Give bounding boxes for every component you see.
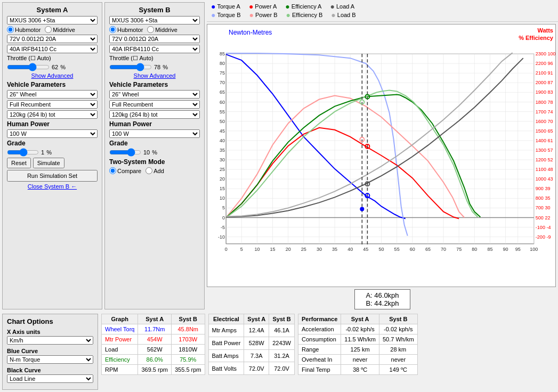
svg-text:2300 100: 2300 100 (536, 51, 555, 56)
svg-rect-0 (226, 54, 534, 244)
system-b-controller-select[interactable]: 40A IRFB4110 Cc (109, 45, 200, 53)
system-b-weight-select[interactable]: 120kg (264 lb) tot (109, 110, 200, 119)
speed-a: A: 46.0kph (366, 291, 399, 299)
system-a-motor-select[interactable]: MXUS 3006 +Sta (7, 16, 98, 24)
compare-radio[interactable] (109, 167, 116, 174)
table-row: Overheat In never never (298, 355, 418, 365)
legend-load-a-dot: ● (330, 2, 334, 11)
speed-display: A: 46.0kph B: 44.2kph (207, 287, 558, 312)
system-a-weight-select[interactable]: 120kg (264 lb) tot (7, 110, 98, 119)
x-axis-select[interactable]: Km/h (7, 336, 93, 345)
legend-power-b-dot: ● (249, 11, 254, 19)
system-a-middrive-radio[interactable] (45, 26, 52, 33)
system-a-throttle-row: Throttle (☐ Auto) (7, 55, 98, 62)
system-a-middrive-label[interactable]: Middrive (45, 26, 75, 33)
system-a-throttle-slider[interactable] (7, 63, 50, 71)
legend-torque-a: ● Torque A (211, 2, 240, 11)
graph-table-header-1: Syst A (138, 314, 172, 324)
performance-row-2-label: Range (298, 345, 341, 355)
system-a-buttons: Reset Simulate (7, 158, 98, 168)
system-a-throttle-value: 62 (52, 64, 58, 70)
system-b-middrive-radio[interactable] (147, 26, 154, 33)
system-a-drive-type: Hubmotor Middrive (7, 26, 98, 33)
system-a-human-power-select[interactable]: 100 W (7, 129, 98, 138)
reset-button[interactable]: Reset (7, 158, 31, 168)
system-a-wheel-select[interactable]: 26" Wheel (7, 90, 98, 99)
svg-text:85: 85 (220, 51, 225, 56)
system-a-hubmotor-radio[interactable] (7, 26, 14, 33)
system-b-hubmotor-radio[interactable] (109, 26, 116, 33)
graph-row-0-b: 45.8Nm (171, 324, 205, 334)
svg-text:5: 5 (222, 205, 225, 210)
close-system-b-link[interactable]: Close System B ← (7, 183, 98, 190)
system-a-show-advanced[interactable]: Show Advanced (7, 72, 98, 79)
system-a-battery-select[interactable]: 72V 0.0012Ω 20A (7, 35, 98, 43)
svg-text:80: 80 (220, 61, 225, 66)
legend-torque-b: ● Torque B (211, 11, 241, 19)
table-row: Efficiency 86.0% 75.9% (102, 355, 205, 365)
svg-text:10: 10 (220, 195, 225, 201)
add-label[interactable]: Add (145, 167, 164, 174)
svg-text:-5: -5 (221, 225, 225, 230)
performance-row-4-b: 149 ºC (379, 365, 417, 375)
system-a-human-power-title: Human Power (7, 120, 98, 128)
system-a-position-select[interactable]: Full Recumbent (7, 100, 98, 109)
svg-text:50: 50 (220, 119, 225, 124)
table-row: Load 562W 1810W (102, 345, 205, 355)
simulate-button[interactable]: Simulate (33, 158, 64, 168)
system-b-motor-select[interactable]: MXUS 3006 +Sta (109, 16, 200, 24)
system-b-throttle-slider[interactable] (109, 63, 152, 71)
graph-row-4-a: 369.5 rpm (138, 365, 172, 375)
system-b-battery-select[interactable]: 72V 0.0012Ω 20A (109, 35, 200, 43)
legend-power-a-dot: ● (249, 2, 253, 11)
svg-text:45: 45 (220, 128, 225, 134)
legend-torque-b-dot: ● (211, 11, 215, 19)
speed-box: A: 46.0kph B: 44.2kph (354, 289, 410, 309)
data-tables-container: Graph Syst A Syst B Wheel Torq 11.7Nm 45… (101, 314, 556, 375)
electrical-row-3-a: 72.0V (244, 362, 269, 375)
system-b-grade-slider[interactable] (109, 149, 141, 156)
system-b-show-advanced[interactable]: Show Advanced (109, 72, 200, 79)
system-b-position-select[interactable]: Full Recumbent (109, 100, 200, 109)
system-b-title: System B (109, 6, 200, 14)
table-row: Consumption 11.5 Wh/km 50.7 Wh/km (298, 334, 418, 345)
svg-text:40: 40 (220, 138, 225, 143)
legend-row-1: ● Torque A ● Power A ● Efficiency A ● Lo… (211, 2, 554, 11)
system-b-wheel-select[interactable]: 26" Wheel (109, 90, 200, 99)
system-b-throttle-label: Throttle (☐ Auto) (109, 55, 153, 62)
table-row: Final Temp 38 ºC 149 ºC (298, 365, 418, 375)
add-radio[interactable] (145, 167, 152, 174)
performance-row-0-a: -0.02 kph/s (341, 324, 379, 334)
system-b-grade-value: 10 (143, 149, 150, 156)
cursor-b-torque-dot (360, 207, 364, 211)
system-b-middrive-label[interactable]: Middrive (147, 26, 177, 33)
electrical-table-header-1: Syst A (244, 314, 269, 324)
svg-text:70: 70 (220, 80, 225, 85)
system-b-human-power-select[interactable]: 100 W (109, 129, 200, 138)
system-a-controller-select[interactable]: 40A IRFB4110 Cc (7, 45, 98, 53)
svg-text:1900  83: 1900 83 (536, 89, 553, 95)
black-curve-select[interactable]: Load Line (7, 374, 93, 383)
run-simulation-button[interactable]: Run Simulation Set (7, 170, 98, 182)
svg-text:2200  96: 2200 96 (536, 61, 553, 66)
legend-power-a: ● Power A (249, 2, 277, 11)
performance-row-1-label: Consumption (298, 334, 341, 345)
svg-text:10: 10 (254, 247, 260, 252)
compare-label[interactable]: Compare (109, 167, 141, 174)
system-a-grade-value: 1 (41, 149, 44, 156)
blue-curve-label: Blue Curve (7, 348, 93, 354)
system-a-grade-slider[interactable] (7, 149, 39, 156)
svg-text:50: 50 (378, 247, 384, 252)
electrical-table-header-2: Syst B (269, 314, 295, 324)
system-a-hubmotor-label[interactable]: Hubmotor (7, 26, 41, 33)
table-row: RPM 369.5 rpm 355.5 rpm (102, 365, 205, 375)
system-b-hubmotor-label[interactable]: Hubmotor (109, 26, 143, 33)
graph-row-0-label: Wheel Torq (102, 324, 138, 334)
blue-curve-select[interactable]: N-m Torque (7, 355, 93, 364)
svg-text:-10: -10 (218, 234, 225, 240)
electrical-row-2-a: 7.3A (244, 349, 269, 362)
graph-row-3-a: 86.0% (138, 355, 172, 365)
svg-text:65: 65 (425, 247, 431, 252)
electrical-row-1-a: 528W (244, 337, 269, 349)
legend-load-a: ● Load A (330, 2, 354, 11)
